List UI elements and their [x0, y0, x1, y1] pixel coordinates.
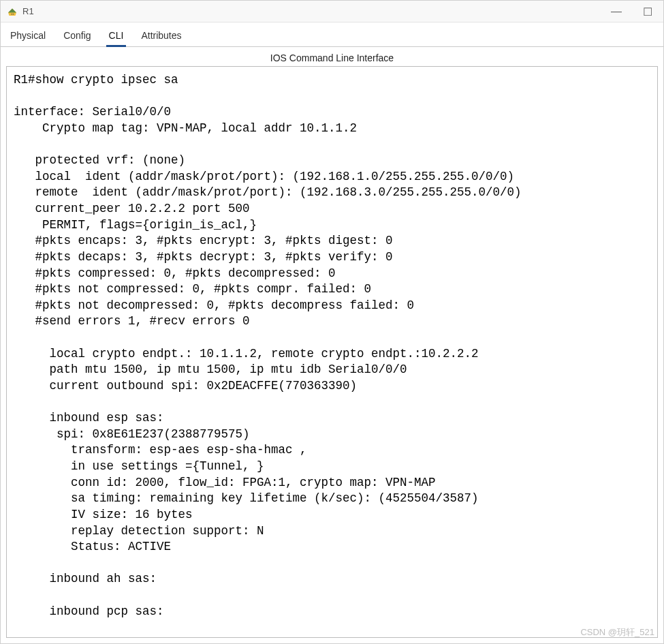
terminal-wrap: R1#show crypto ipsec sa interface: Seria…: [1, 66, 663, 643]
svg-point-1: [13, 13, 14, 14]
maximize-button[interactable]: ☐: [632, 1, 663, 22]
minimize-button[interactable]: —: [601, 1, 632, 22]
tab-attributes[interactable]: Attributes: [138, 25, 184, 47]
router-icon: [6, 5, 18, 18]
tab-strip: Physical Config CLI Attributes: [1, 22, 663, 47]
titlebar: R1 — ☐: [1, 1, 663, 22]
window-title: R1: [22, 6, 34, 16]
tab-physical[interactable]: Physical: [7, 25, 48, 47]
window-controls: — ☐: [601, 1, 663, 22]
app-window: R1 — ☐ Physical Config CLI Attributes IO…: [0, 0, 664, 644]
tab-config[interactable]: Config: [61, 25, 93, 47]
panel-title: IOS Command Line Interface: [1, 47, 663, 66]
cli-terminal[interactable]: R1#show crypto ipsec sa interface: Seria…: [6, 66, 658, 638]
svg-point-0: [11, 13, 12, 14]
tab-cli[interactable]: CLI: [106, 25, 127, 47]
